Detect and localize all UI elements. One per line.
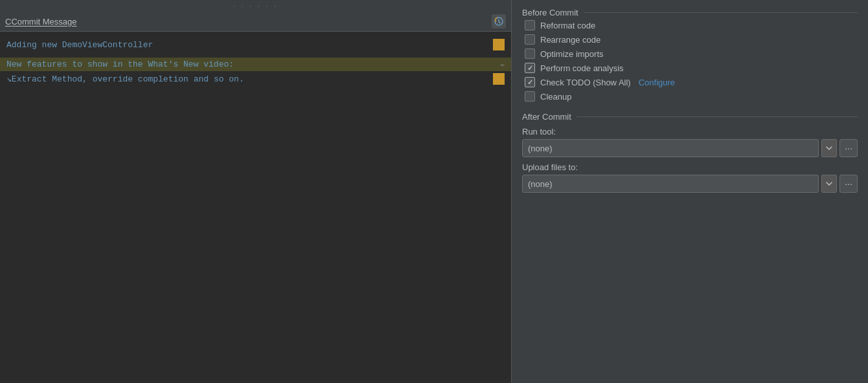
run-tool-value: (none) [528,144,553,153]
commit-line-3-text: ↘Extract Method, override completion and… [6,74,244,84]
before-commit-title: Before Commit [522,8,578,17]
checkbox-analyze[interactable] [525,63,535,73]
checkbox-label-cleanup: Cleanup [540,92,571,102]
checkbox-item-optimize[interactable]: Optimize imports [525,49,858,59]
upload-files-more-button[interactable]: ··· [839,175,858,193]
checkbox-optimize[interactable] [525,49,535,59]
section-divider-after [577,116,858,117]
upload-files-label: Upload files to: [522,162,858,172]
checkbox-item-cleanup[interactable]: Cleanup [525,91,858,102]
checkbox-reformat[interactable] [525,20,535,30]
upload-files-dropdown[interactable]: (none) [522,175,819,193]
commit-message-title: CCommit Message [5,17,77,27]
right-panel: Before Commit Reformat code Rearrange co… [512,0,868,383]
chevron-down-icon-2 [826,182,832,186]
commit-line-1-text: Adding new DemoViewController [6,40,153,50]
edit-icon: ✏ [500,60,505,69]
commit-message-header: CCommit Message [0,12,511,32]
commit-line-2-text: New features to show in the What's New v… [6,60,496,69]
upload-files-field: Upload files to: (none) ··· [522,162,858,193]
commit-line-1: Adding new DemoViewController [6,37,505,52]
orange-marker-2 [493,73,505,85]
upload-files-row: (none) ··· [522,175,858,193]
before-commit-header: Before Commit [522,8,858,17]
dots-label-2: ··· [845,179,852,189]
commit-line-3: ↘Extract Method, override completion and… [0,71,511,87]
after-commit-title: After Commit [522,112,571,122]
checkbox-item-analyze[interactable]: Perform code analysis [525,63,858,73]
left-panel: · · · · · · CCommit Message Adding new D… [0,0,512,383]
checkbox-label-todo: Check TODO (Show All) [540,78,631,87]
run-tool-row: (none) ··· [522,139,858,157]
upload-files-dropdown-arrow[interactable] [821,175,837,193]
commit-text-area[interactable]: Adding new DemoViewController New featur… [0,32,511,383]
checkbox-label-reformat: Reformat code [540,21,595,30]
run-tool-dropdown-arrow[interactable] [821,139,837,157]
checkbox-label-rearrange: Rearrange code [540,35,600,45]
after-commit-section: After Commit Run tool: (none) ··· [522,112,858,193]
checkbox-cleanup[interactable] [525,91,535,102]
checkbox-rearrange[interactable] [525,34,535,45]
checkbox-item-todo[interactable]: Check TODO (Show All) Configure [525,77,858,87]
dots-label: ··· [845,143,852,153]
before-commit-checkbox-list: Reformat code Rearrange code Optimize im… [522,20,858,102]
before-commit-section: Before Commit Reformat code Rearrange co… [522,8,858,102]
upload-files-value: (none) [528,179,553,189]
commit-line-2-highlighted: New features to show in the What's New v… [0,58,511,71]
drag-handle: · · · · · · [0,0,511,12]
chevron-down-icon [826,146,832,150]
orange-marker-1 [493,39,505,50]
run-tool-more-button[interactable]: ··· [839,139,858,157]
run-tool-field: Run tool: (none) ··· [522,127,858,157]
configure-link[interactable]: Configure [639,78,675,87]
checkbox-item-rearrange[interactable]: Rearrange code [525,34,858,45]
run-tool-dropdown[interactable]: (none) [522,139,819,157]
checkbox-item-reformat[interactable]: Reformat code [525,20,858,30]
checkbox-todo[interactable] [525,77,535,87]
after-commit-header: After Commit [522,112,858,122]
history-icon [494,16,504,27]
section-divider-before [584,12,858,13]
commit-history-button[interactable] [492,14,506,28]
checkbox-label-optimize: Optimize imports [540,49,604,59]
checkbox-label-analyze: Perform code analysis [540,63,624,73]
run-tool-label: Run tool: [522,127,858,137]
